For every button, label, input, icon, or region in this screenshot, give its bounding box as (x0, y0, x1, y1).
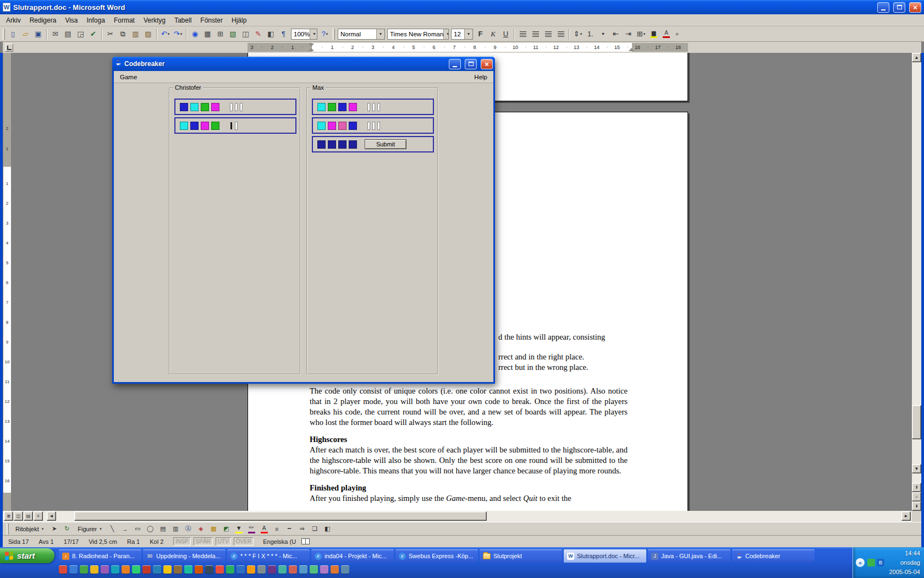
toolbar-options-button[interactable]: » (674, 28, 680, 40)
insert-excel-button[interactable]: ▧ (227, 28, 239, 40)
format-painter-button[interactable]: ▨ (142, 28, 155, 40)
font-color-button[interactable]: A (660, 28, 673, 40)
codebreaker-titlebar[interactable]: Codebreaker × (112, 57, 495, 71)
quicklaunch-icon-17[interactable] (226, 565, 234, 574)
first-line-indent-marker[interactable] (309, 43, 314, 47)
previous-page-button[interactable]: ⇞ (912, 483, 921, 492)
quicklaunch-icon-6[interactable] (111, 565, 119, 574)
print-layout-view-button[interactable]: ▤ (24, 511, 33, 521)
code-color-selector[interactable] (349, 140, 357, 149)
combo-arrow-icon[interactable]: ▼ (376, 29, 384, 39)
codebreaker-minimize-button[interactable] (449, 59, 461, 69)
scroll-left-button[interactable]: ◄ (47, 511, 56, 521)
quicklaunch-icon-27[interactable] (331, 565, 339, 574)
select-objects-tool-button[interactable]: ➤ (48, 524, 60, 535)
quicklaunch-icon-11[interactable] (163, 565, 172, 574)
quicklaunch-icon-9[interactable] (142, 565, 151, 574)
quicklaunch-icon-4[interactable] (90, 565, 98, 574)
quicklaunch-icon-19[interactable] (247, 565, 255, 574)
menu-format[interactable]: Format (109, 15, 139, 25)
spelling-button[interactable]: ✔ (87, 28, 100, 40)
clock[interactable]: 14:44 onsdag 2005-05-04 (889, 549, 920, 577)
wordart-tool-button[interactable]: Ⓐ (183, 524, 194, 535)
taskbar-button[interactable]: eSwebus Express -Köp... (395, 549, 478, 563)
vertical-textbox-tool-button[interactable]: ▥ (170, 524, 182, 535)
picture-tool-button[interactable]: ◩ (221, 524, 232, 535)
status-toggle-spår[interactable]: SPÅR (194, 537, 213, 546)
quicklaunch-icon-1[interactable] (59, 565, 67, 574)
scroll-right-button[interactable]: ► (901, 511, 911, 521)
quicklaunch-icon-22[interactable] (278, 565, 287, 574)
menu-arkiv[interactable]: Arkiv (2, 15, 25, 25)
next-page-button[interactable]: ⇟ (912, 501, 921, 511)
print-button[interactable]: ▤ (62, 28, 74, 40)
menu-game[interactable]: Game (120, 74, 137, 80)
columns-button[interactable]: ◫ (239, 28, 252, 40)
rectangle-tool-button[interactable]: ▭ (132, 524, 144, 535)
codebreaker-close-button[interactable]: × (481, 59, 493, 69)
combo-arrow-icon[interactable]: ▼ (464, 29, 472, 39)
diagram-tool-button[interactable]: ◈ (195, 524, 207, 535)
scroll-down-button[interactable]: ▼ (912, 464, 921, 473)
line-color-tool-button[interactable]: ✏ (246, 524, 257, 535)
align-center-button[interactable] (529, 28, 542, 40)
clipart-tool-button[interactable]: ▩ (208, 524, 219, 535)
highlight-button[interactable]: ▆ (647, 28, 660, 40)
menu-tabell[interactable]: Tabell (170, 15, 196, 25)
status-toggle-utv[interactable]: UTV (216, 537, 231, 546)
decrease-indent-button[interactable]: ⇤ (609, 28, 622, 40)
italic-button[interactable]: K (487, 28, 499, 40)
language-indicator[interactable]: Engelska (U (263, 538, 296, 545)
increase-indent-button[interactable]: ⇥ (622, 28, 635, 40)
line-style-tool-button[interactable]: ≡ (271, 524, 283, 535)
start-button[interactable]: start (0, 548, 54, 563)
insert-hyperlink-button[interactable]: ◉ (189, 28, 201, 40)
code-color-selector[interactable] (328, 140, 336, 149)
quicklaunch-icon-28[interactable] (341, 565, 349, 574)
numbering-button[interactable]: 1. (584, 28, 597, 40)
vertical-scroll-thumb[interactable] (912, 405, 921, 439)
size-combo[interactable]: 12▼ (451, 29, 473, 40)
shadow-tool-button[interactable]: ❏ (309, 524, 321, 535)
combo-arrow-icon[interactable]: ▼ (443, 29, 449, 39)
combo-arrow-icon[interactable]: ▼ (310, 29, 317, 39)
taskbar-button[interactable]: Codebreaker (732, 549, 815, 563)
underline-button[interactable]: U (499, 28, 512, 40)
quicklaunch-icon-10[interactable] (153, 565, 161, 574)
bullets-button[interactable]: • (597, 28, 609, 40)
threed-tool-button[interactable]: ◧ (322, 524, 333, 535)
zoom-combo[interactable]: 100%▼ (291, 29, 317, 40)
quicklaunch-icon-14[interactable] (195, 565, 203, 574)
fill-color-tool-button[interactable]: ▼ (233, 524, 245, 535)
quicklaunch-icon-26[interactable] (320, 565, 328, 574)
arrow-tool-button[interactable]: → (119, 524, 131, 535)
toolbar-grip[interactable] (333, 29, 335, 40)
quicklaunch-icon-5[interactable] (101, 565, 109, 574)
align-right-button[interactable] (542, 28, 554, 40)
line-tool-button[interactable]: ╲ (107, 524, 118, 535)
outside-border-button[interactable]: ⊞▾ (635, 28, 647, 40)
status-toggle-över[interactable]: ÖVER (234, 537, 254, 546)
quicklaunch-icon-7[interactable] (122, 565, 130, 574)
select-browse-object-button[interactable]: ○ (912, 492, 921, 501)
quicklaunch-icon-8[interactable] (132, 565, 140, 574)
menu-redigera[interactable]: Redigera (25, 15, 61, 25)
textbox-tool-button[interactable]: ▤ (157, 524, 169, 535)
email-button[interactable]: ✉ (49, 28, 62, 40)
quicklaunch-icon-12[interactable] (174, 565, 182, 574)
taskbar-button[interactable]: ✉Uppdelning - Meddela... (143, 549, 226, 563)
horizontal-scroll-thumb[interactable] (74, 511, 487, 521)
bold-button[interactable]: F (474, 28, 487, 40)
quicklaunch-icon-15[interactable] (205, 565, 213, 574)
quicklaunch-icon-18[interactable] (237, 565, 245, 574)
print-preview-button[interactable]: ◲ (74, 28, 87, 40)
paste-button[interactable]: ▥ (129, 28, 142, 40)
taskbar-button[interactable]: einda04 - Projekt - Mic... (311, 549, 394, 563)
align-left-button[interactable] (516, 28, 529, 40)
help-button[interactable]: ?▾ (318, 28, 331, 40)
codebreaker-maximize-button[interactable] (465, 59, 477, 69)
code-color-selector[interactable] (317, 140, 326, 149)
toolbar-grip[interactable] (3, 29, 5, 40)
line-spacing-button[interactable]: ⇕▾ (571, 28, 584, 40)
right-indent-marker[interactable] (629, 48, 634, 51)
